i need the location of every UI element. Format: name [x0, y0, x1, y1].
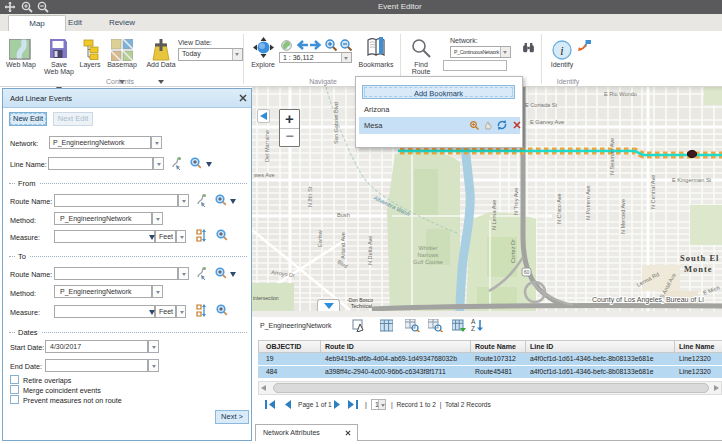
svg-text:N Chico Ave: N Chico Ave — [556, 193, 562, 224]
svg-text:E Rio Wondo: E Rio Wondo — [604, 91, 637, 97]
svg-text:Bush: Bush — [337, 212, 350, 218]
svg-text:Whittier: Whittier — [419, 245, 438, 251]
svg-text:San Gabriel Blvd: San Gabriel Blvd — [333, 102, 339, 144]
svg-text:Alhambra Wash: Alhambra Wash — [372, 194, 411, 217]
svg-text:E Cortada St: E Cortada St — [525, 102, 557, 108]
svg-text:N Central Ave: N Central Ave — [650, 175, 656, 209]
svg-text:N Delta Ave: N Delta Ave — [367, 236, 373, 265]
svg-text:N 8th St: N 8th St — [307, 186, 313, 207]
svg-text:Golf Course: Golf Course — [413, 259, 443, 265]
svg-text:N Lema Ave: N Lema Ave — [491, 200, 497, 230]
svg-text:Narrows: Narrows — [418, 252, 439, 258]
svg-text:N Potrero Ave: N Potrero Ave — [585, 185, 591, 220]
svg-text:E Kingerman St: E Kingerman St — [672, 177, 712, 183]
svg-text:Z: Z — [471, 325, 475, 332]
svg-text:N Troy Ave: N Troy Ave — [513, 188, 519, 215]
svg-text:i: i — [560, 44, 563, 58]
svg-text:Earlsw: Earlsw — [317, 229, 323, 247]
svg-text:wes Ave: wes Ave — [253, 172, 275, 178]
svg-text:Del Marraine: Del Marraine — [264, 130, 270, 162]
svg-text:Monte: Monte — [684, 264, 713, 274]
svg-text:A: A — [471, 318, 476, 325]
svg-text:Blvd: Blvd — [337, 259, 349, 270]
svg-text:N Seaman Ave: N Seaman Ave — [609, 138, 615, 175]
svg-text:Cortez Dr: Cortez Dr — [510, 239, 516, 263]
svg-text:E Mich: E Mich — [702, 284, 720, 295]
svg-text:Arroyo Dr: Arroyo Dr — [271, 269, 296, 278]
svg-text:E Garvey Ave: E Garvey Ave — [530, 119, 564, 125]
svg-text:County of Los Angeles, Bureau: County of Los Angeles, Bureau of Li — [592, 296, 704, 304]
svg-text:Technical: Technical — [351, 303, 372, 309]
svg-text:Arland Ave: Arland Ave — [340, 232, 346, 259]
svg-text:intersection: intersection — [253, 295, 279, 301]
svg-text:N Merced Ave: N Merced Ave — [620, 199, 626, 234]
svg-text:South El: South El — [680, 253, 719, 263]
svg-text:Lerma Rd: Lerma Rd — [636, 271, 661, 288]
